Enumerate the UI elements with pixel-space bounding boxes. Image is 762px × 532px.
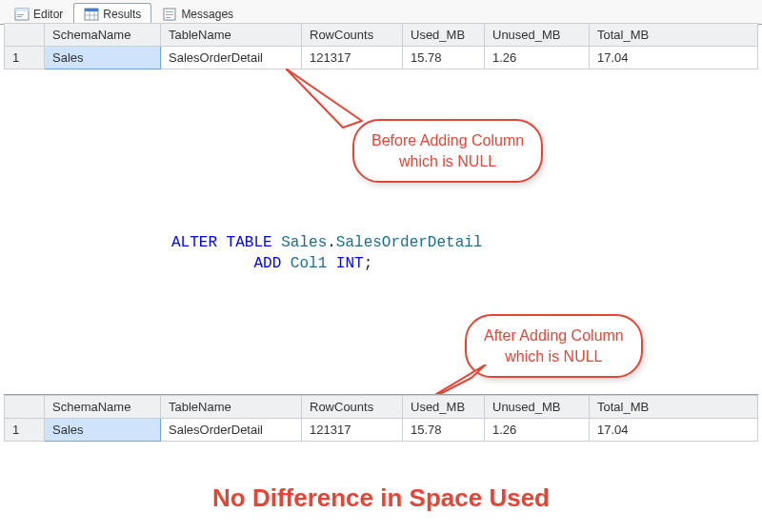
tab-results-label: Results (103, 8, 141, 21)
results-tabstrip: Editor Results Messages (0, 0, 762, 25)
col-total[interactable]: Total_MB (590, 24, 758, 47)
cell-total[interactable]: 17.04 (590, 47, 758, 69)
result-grid-after: SchemaName TableName RowCounts Used_MB U… (4, 394, 758, 442)
svg-rect-3 (17, 16, 22, 17)
callout-before-l2: which is NULL (371, 151, 524, 172)
cell-rownum[interactable]: 1 (5, 47, 45, 69)
sql-kw-add: ADD (253, 255, 281, 272)
sql-type: INT (336, 255, 364, 272)
cell-unused[interactable]: 1.26 (485, 419, 590, 442)
svg-rect-12 (166, 17, 170, 18)
svg-rect-10 (166, 11, 173, 12)
summary-caption: No Difference in Space Used (0, 483, 762, 513)
callout-after: After Adding Column which is NULL (465, 314, 643, 378)
col-schema[interactable]: SchemaName (45, 24, 161, 47)
col-used[interactable]: Used_MB (403, 24, 485, 47)
cell-table[interactable]: SalesOrderDetail (161, 47, 302, 69)
results-grid-icon (84, 7, 99, 22)
col-unused[interactable]: Unused_MB (485, 24, 590, 47)
callout-before-tail (286, 69, 410, 145)
cell-rowcounts[interactable]: 121317 (302, 419, 403, 442)
cell-schema[interactable]: Sales (45, 47, 161, 69)
callout-before: Before Adding Column which is NULL (352, 119, 543, 183)
sql-kw-alter: ALTER TABLE (171, 234, 272, 251)
sql-semi: ; (364, 255, 373, 272)
sql-dot: . (327, 234, 336, 251)
svg-rect-11 (166, 14, 173, 15)
cell-total[interactable]: 17.04 (590, 419, 758, 442)
col-rowcounts[interactable]: RowCounts (302, 396, 403, 419)
table-header-row: SchemaName TableName RowCounts Used_MB U… (5, 24, 758, 47)
col-schema[interactable]: SchemaName (45, 396, 161, 419)
col-table[interactable]: TableName (161, 24, 302, 47)
cell-rownum[interactable]: 1 (5, 419, 45, 442)
editor-icon (14, 7, 30, 22)
callout-after-l1: After Adding Column (484, 325, 624, 346)
col-table[interactable]: TableName (161, 396, 302, 419)
col-rowcounts[interactable]: RowCounts (302, 24, 403, 47)
sql-col: Col1 (281, 255, 336, 272)
table-before: SchemaName TableName RowCounts Used_MB U… (4, 23, 758, 69)
svg-rect-5 (85, 9, 98, 11)
col-unused[interactable]: Unused_MB (485, 396, 590, 419)
cell-unused[interactable]: 1.26 (485, 47, 590, 69)
col-used[interactable]: Used_MB (403, 396, 485, 419)
cell-rowcounts[interactable]: 121317 (302, 47, 403, 69)
sql-snippet: ALTER TABLE Sales.SalesOrderDetail ADD C… (171, 233, 482, 274)
cell-table[interactable]: SalesOrderDetail (161, 419, 302, 442)
cell-used[interactable]: 15.78 (403, 419, 485, 442)
tab-messages[interactable]: Messages (151, 3, 244, 25)
messages-icon (162, 7, 177, 22)
table-header-row: SchemaName TableName RowCounts Used_MB U… (5, 396, 758, 419)
tab-messages-label: Messages (181, 8, 233, 21)
svg-rect-2 (17, 14, 24, 15)
tab-editor[interactable]: Editor (4, 3, 73, 25)
cell-schema[interactable]: Sales (45, 419, 161, 442)
cell-used[interactable]: 15.78 (403, 47, 485, 69)
callout-after-l2: which is NULL (484, 346, 624, 367)
table-after: SchemaName TableName RowCounts Used_MB U… (4, 395, 758, 442)
tab-results[interactable]: Results (73, 3, 151, 25)
svg-rect-1 (15, 9, 29, 11)
table-row[interactable]: 1 Sales SalesOrderDetail 121317 15.78 1.… (5, 419, 758, 442)
table-row[interactable]: 1 Sales SalesOrderDetail 121317 15.78 1.… (5, 47, 758, 69)
col-total[interactable]: Total_MB (590, 396, 758, 419)
callout-before-l1: Before Adding Column (371, 130, 524, 151)
col-rownum[interactable] (5, 24, 45, 47)
tab-editor-label: Editor (33, 8, 63, 21)
sql-table: SalesOrderDetail (336, 234, 483, 251)
col-rownum[interactable] (5, 396, 45, 419)
sql-schema: Sales (272, 234, 328, 251)
result-grid-before: SchemaName TableName RowCounts Used_MB U… (4, 23, 758, 69)
